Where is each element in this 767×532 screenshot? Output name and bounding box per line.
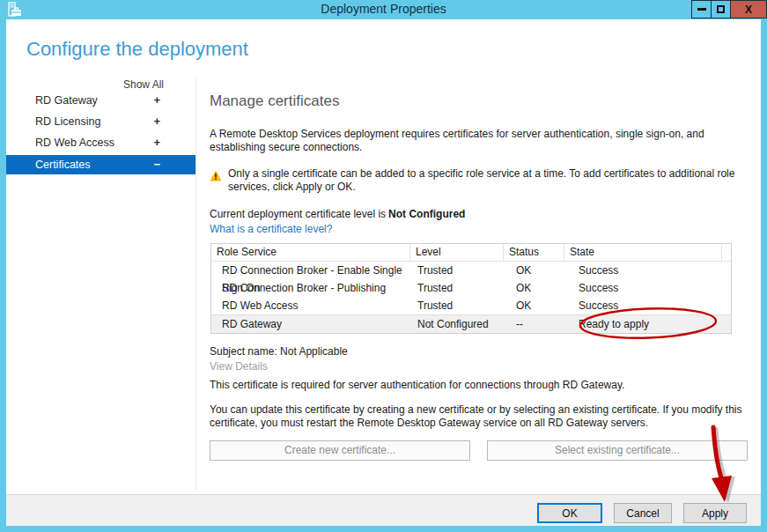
certificate-level-line: Current deployment certificate level isN…	[210, 208, 465, 220]
cell-status: OK	[504, 297, 564, 314]
apply-button[interactable]: Apply	[683, 503, 747, 523]
column-header-status[interactable]: Status	[504, 244, 564, 262]
maximize-button[interactable]	[711, 0, 731, 18]
cell-level: Trusted	[410, 279, 504, 297]
sidebar-nav: RD Gateway + RD Licensing + RD Web Acces…	[6, 90, 195, 174]
table-row[interactable]: RD Web Access Trusted OK Success	[211, 297, 731, 314]
cell-level: Not Configured	[410, 315, 504, 333]
expand-icon[interactable]: +	[153, 90, 160, 111]
show-all-link[interactable]: Show All	[26, 78, 164, 91]
cell-role-service: RD Connection Broker - Publishing	[211, 279, 410, 297]
table-row-rd-gateway-selected[interactable]: RD Gateway Not Configured -- Ready to ap…	[211, 314, 731, 333]
certificate-level-value: Not Configured	[388, 208, 465, 220]
window-title: Deployment Properties	[0, 2, 767, 16]
certificate-update-note: You can update this certificate by creat…	[210, 403, 752, 430]
certificate-required-note: This certificate is required for server …	[210, 379, 749, 392]
section-title: Manage certificates	[210, 92, 339, 110]
cell-role-service: RD Web Access	[211, 297, 410, 314]
cell-status: OK	[504, 279, 564, 297]
warning-text: Only a single certificate can be added t…	[228, 167, 738, 194]
close-button[interactable]: X	[730, 0, 767, 18]
cell-state: Ready to apply	[564, 315, 722, 333]
table-body: RD Connection Broker - Enable Single Sig…	[211, 262, 731, 333]
warning-banner: Only a single certificate can be added t…	[210, 167, 738, 194]
create-new-certificate-button[interactable]: Create new certificate...	[210, 440, 470, 461]
maximize-icon	[717, 5, 725, 13]
cell-state: Success	[564, 279, 722, 297]
title-bar: Deployment Properties X	[0, 0, 767, 19]
expand-icon[interactable]: +	[153, 132, 160, 153]
select-existing-certificate-button[interactable]: Select existing certificate...	[487, 440, 748, 461]
cell-status: --	[504, 315, 564, 333]
column-header-role-service[interactable]: Role Service	[211, 244, 410, 262]
column-header-level[interactable]: Level	[410, 244, 504, 262]
certificate-level-label: Current deployment certificate level is	[210, 208, 386, 220]
collapse-icon[interactable]: −	[153, 155, 160, 174]
close-icon: X	[745, 4, 752, 16]
sidebar-item-rd-web-access[interactable]: RD Web Access +	[6, 132, 195, 153]
column-header-state[interactable]: State	[564, 244, 722, 262]
warning-icon	[210, 170, 222, 181]
sidebar-item-label: Certificates	[35, 159, 91, 171]
sidebar-item-label: RD Licensing	[35, 115, 100, 128]
view-details-link-disabled: View Details	[210, 360, 268, 373]
sidebar-item-label: RD Gateway	[35, 94, 98, 107]
table-header: Role Service Level Status State	[211, 244, 731, 262]
minimize-icon	[697, 8, 706, 11]
minimize-button[interactable]	[691, 0, 712, 18]
cancel-button[interactable]: Cancel	[614, 503, 672, 523]
window-controls: X	[692, 0, 767, 18]
certificate-level-help-link[interactable]: What is a certificate level?	[210, 223, 332, 235]
certificates-table: Role Service Level Status State RD Conne…	[210, 243, 732, 334]
cell-state: Success	[564, 297, 722, 314]
sidebar-divider	[195, 78, 196, 490]
subject-name-text: Subject name: Not Applicable	[210, 345, 348, 358]
sidebar-item-rd-gateway[interactable]: RD Gateway +	[6, 90, 195, 111]
ok-button[interactable]: OK	[537, 503, 602, 523]
table-row[interactable]: RD Connection Broker - Publishing Truste…	[211, 279, 731, 297]
expand-icon[interactable]: +	[153, 111, 160, 132]
sidebar-item-label: RD Web Access	[35, 137, 114, 149]
table-row[interactable]: RD Connection Broker - Enable Single Sig…	[211, 262, 731, 279]
sidebar-item-rd-licensing[interactable]: RD Licensing +	[6, 111, 195, 132]
intro-text: A Remote Desktop Services deployment req…	[210, 128, 749, 154]
column-header-filler	[722, 244, 731, 262]
deployment-properties-dialog: Deployment Properties X Configure the de…	[0, 0, 767, 532]
cell-role-service: RD Gateway	[211, 315, 410, 333]
cell-level: Trusted	[410, 297, 504, 314]
sidebar-item-certificates[interactable]: Certificates −	[6, 155, 195, 174]
page-title: Configure the deployment	[26, 38, 248, 61]
